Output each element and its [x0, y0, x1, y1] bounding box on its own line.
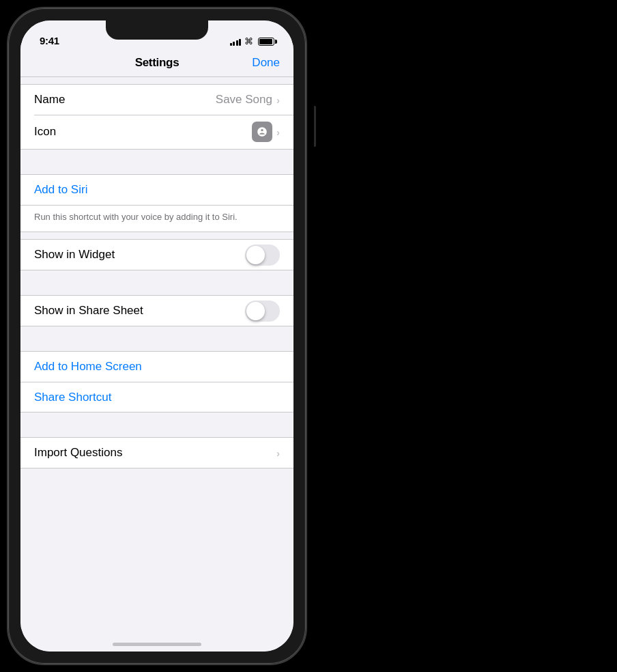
name-icon-group: Name Save Song › Icon — [20, 84, 293, 150]
import-questions-label: Import Questions — [34, 446, 122, 460]
home-indicator — [113, 643, 201, 646]
home-share-group: Add to Home Screen Share Shortcut — [20, 351, 293, 412]
show-in-share-sheet-row: Show in Share Sheet — [20, 296, 293, 326]
signal-bars-icon — [230, 38, 242, 46]
bottom-gap-2 — [20, 493, 293, 518]
icon-value: › — [252, 122, 280, 142]
gap-4 — [20, 326, 293, 351]
gap-5 — [20, 412, 293, 437]
add-to-home-screen-link[interactable]: Add to Home Screen — [34, 360, 142, 374]
show-in-share-sheet-toggle[interactable] — [245, 300, 280, 322]
gap-2 — [20, 232, 293, 239]
show-in-widget-row: Show in Widget — [20, 240, 293, 270]
name-value: Save Song › — [216, 93, 280, 107]
add-to-siri-link[interactable]: Add to Siri — [34, 183, 87, 196]
import-chevron: › — [276, 447, 280, 459]
top-gap — [20, 77, 293, 84]
show-in-share-sheet-label: Show in Share Sheet — [34, 304, 143, 318]
status-time: 9:41 — [40, 35, 59, 46]
name-chevron-icon: › — [276, 94, 280, 106]
siri-description: Run this shortcut with your voice by add… — [20, 206, 293, 232]
icon-row[interactable]: Icon › — [20, 115, 293, 149]
import-group: Import Questions › — [20, 437, 293, 468]
name-label: Name — [34, 93, 65, 107]
bottom-gap — [20, 468, 293, 493]
icon-label: Icon — [34, 125, 56, 139]
share-shortcut-link[interactable]: Share Shortcut — [34, 391, 111, 404]
import-questions-row[interactable]: Import Questions › — [20, 438, 293, 468]
gap-3 — [20, 270, 293, 295]
nav-title: Settings — [135, 56, 180, 70]
wifi-icon: ⌘ — [244, 36, 253, 46]
gap-1 — [20, 150, 293, 174]
widget-section: Show in Widget — [20, 239, 293, 270]
notch — [106, 20, 208, 40]
status-icons: ⌘ — [230, 36, 275, 46]
name-value-text: Save Song — [216, 93, 272, 107]
power-button[interactable] — [314, 106, 316, 147]
show-in-widget-label: Show in Widget — [34, 248, 115, 262]
battery-icon — [258, 38, 274, 46]
share-sheet-section: Show in Share Sheet — [20, 295, 293, 326]
name-row[interactable]: Name Save Song › — [20, 85, 293, 115]
done-button[interactable]: Done — [252, 56, 280, 70]
add-to-home-screen-row[interactable]: Add to Home Screen — [20, 352, 293, 382]
icon-badge — [252, 122, 272, 142]
siri-section: Add to Siri Run this shortcut with your … — [20, 174, 293, 232]
show-in-widget-toggle[interactable] — [245, 244, 280, 266]
share-shortcut-row[interactable]: Share Shortcut — [20, 382, 293, 412]
icon-chevron-icon: › — [276, 126, 280, 138]
nav-bar: Settings Done — [20, 51, 293, 77]
add-to-siri-row[interactable]: Add to Siri — [20, 175, 293, 206]
import-chevron-icon: › — [276, 447, 280, 459]
settings-content: Name Save Song › Icon — [20, 77, 293, 652]
